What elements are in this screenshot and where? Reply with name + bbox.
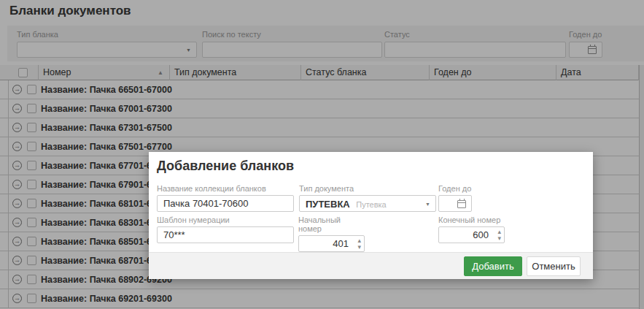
add-blanks-modal: Добавление бланков Название коллекции бл… — [149, 152, 593, 279]
end-number-spinner: ▴ ▾ — [497, 229, 501, 242]
cancel-button[interactable]: Отменить — [527, 256, 581, 276]
calendar-icon — [457, 200, 466, 208]
number-template-input[interactable] — [158, 227, 293, 243]
end-number-input[interactable] — [439, 227, 504, 243]
field-number-template: Шаблон нумерации — [157, 215, 294, 243]
field-doc-type: Тип документа ПУТЕВКА Путевка ▼ — [299, 184, 436, 212]
doc-type-code: ПУТЕВКА — [306, 199, 350, 210]
modal-footer: Добавить Отменить — [149, 252, 593, 279]
doc-type-label: Тип документа — [299, 184, 436, 193]
field-start-number: Начальный номер ▴ ▾ — [298, 215, 365, 252]
valid-until-label: Годен до — [438, 184, 472, 193]
field-end-number: Конечный номер ▴ ▾ — [438, 215, 505, 243]
add-button[interactable]: Добавить — [464, 256, 522, 276]
doc-type-select[interactable]: ПУТЕВКА Путевка ▼ — [299, 195, 436, 212]
field-valid-until: Годен до — [438, 184, 472, 212]
doc-type-description: Путевка — [356, 200, 386, 209]
start-number-input[interactable] — [299, 236, 364, 251]
start-number-label: Начальный номер — [298, 215, 365, 233]
collection-name-box — [157, 195, 294, 212]
end-number-spinbox: ▴ ▾ — [438, 226, 505, 243]
end-number-label: Конечный номер — [438, 215, 505, 224]
collection-name-label: Название коллекции бланков — [157, 184, 294, 193]
spin-down-icon[interactable]: ▾ — [357, 244, 361, 251]
number-template-box — [157, 226, 294, 243]
spin-down-icon[interactable]: ▾ — [497, 235, 501, 242]
chevron-down-icon: ▼ — [425, 201, 430, 206]
field-collection-name: Название коллекции бланков — [157, 184, 294, 212]
start-number-spinner: ▴ ▾ — [357, 237, 361, 251]
collection-name-input[interactable] — [158, 196, 293, 211]
number-template-label: Шаблон нумерации — [157, 215, 294, 224]
valid-until-datepicker[interactable] — [438, 195, 472, 212]
start-number-spinbox: ▴ ▾ — [298, 235, 365, 252]
doc-type-value: ПУТЕВКА Путевка — [300, 196, 435, 213]
modal-title: Добавление бланков — [157, 159, 294, 174]
